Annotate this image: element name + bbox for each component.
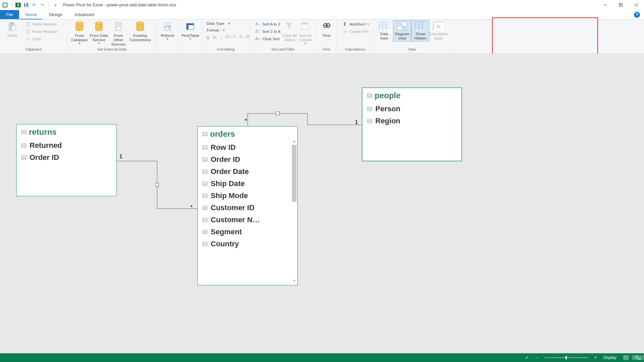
rel-returns-orders[interactable] [117, 161, 157, 161]
paste-label: Paste [7, 34, 17, 38]
svg-rect-20 [302, 23, 308, 24]
excel-icon[interactable]: X [15, 2, 21, 8]
svg-rect-4 [25, 3, 27, 5]
field-country[interactable]: Country [203, 238, 292, 250]
from-data-service-button[interactable]: From Data Service▾ [89, 21, 109, 45]
rel-arrow-icon [155, 183, 159, 187]
grid-view-icon[interactable] [620, 355, 632, 360]
rel-orders-people[interactable] [248, 113, 248, 126]
scroll-thumb[interactable] [292, 145, 297, 202]
tab-home[interactable]: Home [19, 10, 43, 19]
from-database-button[interactable]: From Database▾ [70, 21, 89, 45]
zoom-in-button[interactable]: + [591, 355, 600, 360]
svg-rect-12 [10, 22, 13, 24]
zoom-out-button[interactable]: − [533, 355, 542, 360]
app-icon [2, 2, 8, 8]
paste-append-button: 📋Paste Append [23, 21, 59, 27]
existing-connections-button[interactable]: Existing Connections [128, 21, 152, 42]
orders-scrollbar[interactable]: ▴ ▾ [292, 139, 297, 283]
autosum-button[interactable]: ΣAutoSum ▾ [341, 21, 370, 27]
svg-rect-28 [623, 355, 629, 360]
diagram-canvas[interactable]: returns Returned Order ID orders Row ID … [0, 54, 644, 353]
svg-rect-8 [620, 4, 623, 7]
group-find: Find [317, 47, 336, 53]
svg-rect-14 [116, 23, 121, 30]
field-ship-date[interactable]: Ship Date [203, 178, 292, 190]
tab-design[interactable]: Design [43, 10, 68, 19]
clear-filters-button: Clear All Filters [282, 21, 297, 42]
svg-rect-13 [12, 25, 16, 31]
currency-icon: $ [207, 35, 209, 40]
data-type-dropdown: Data Type : ▾ [205, 21, 231, 26]
sort-az-button[interactable]: A↓Sort A to Z [254, 21, 282, 27]
table-people[interactable]: people Person Region [362, 87, 462, 162]
group-sort-filter: Sort and Filter [250, 47, 316, 53]
sort-by-column-button: Sort by Column▾ [298, 21, 314, 45]
field-region[interactable]: Region [367, 115, 457, 127]
field-customer-id[interactable]: Customer ID [203, 202, 292, 214]
paste-replace-button: 📋Paste Replace [23, 28, 59, 35]
paste-button: Paste [3, 21, 22, 38]
field-returned[interactable]: Returned [21, 139, 111, 152]
undo-icon[interactable]: ↶ [31, 2, 37, 8]
close-button[interactable] [629, 0, 644, 10]
diagram-view-button[interactable]: Diagram View [393, 20, 411, 42]
field-segment[interactable]: Segment [203, 226, 292, 238]
clear-sort-icon: A↕ [255, 36, 260, 42]
redo-icon[interactable]: ↷ [39, 2, 45, 8]
percent-icon: % [213, 35, 217, 40]
svg-rect-30 [638, 358, 640, 360]
sort-za-button[interactable]: Z↓Sort Z to A [254, 28, 282, 35]
find-button[interactable]: Find [319, 21, 334, 38]
clear-sort-button[interactable]: A↕Clear Sort [254, 36, 282, 42]
fit-icon: ⤢ [524, 355, 530, 361]
field-order-date[interactable]: Order Date [203, 166, 292, 178]
table-returns-title: returns [29, 127, 57, 137]
show-hidden-button[interactable]: Show Hidden [411, 20, 429, 42]
table-icon [203, 132, 207, 136]
fit-to-screen-button[interactable]: ⤢ [520, 355, 533, 361]
rel-many-label: * [245, 118, 247, 124]
from-other-sources-button[interactable]: From Other Sources [109, 21, 128, 47]
comma-icon: , [220, 35, 221, 40]
svg-rect-29 [636, 356, 638, 357]
qat-dropdown-icon[interactable]: ▾ [52, 2, 58, 8]
svg-rect-5 [25, 5, 28, 7]
svg-text:X: X [17, 3, 19, 7]
rel-one-label: 1 [355, 119, 358, 125]
scroll-up-icon[interactable]: ▴ [292, 139, 297, 143]
rel-one-label: 1 [119, 154, 122, 160]
zoom-slider[interactable] [545, 357, 588, 358]
format-dropdown: Format : ▾ [205, 27, 226, 33]
tab-advanced[interactable]: Advanced [68, 10, 100, 19]
table-icon [367, 94, 372, 98]
svg-rect-18 [186, 23, 189, 29]
field-order-id[interactable]: Order ID [21, 152, 111, 164]
field-row-id[interactable]: Row ID [203, 141, 292, 154]
field-order-id[interactable]: Order ID [203, 154, 292, 166]
diagram-view-icon[interactable] [632, 355, 644, 360]
minimize-button[interactable] [598, 0, 613, 10]
save-icon[interactable] [23, 2, 29, 8]
collapse-ribbon-icon[interactable]: ˄ [629, 12, 631, 17]
field-ship-mode[interactable]: Ship Mode [203, 190, 292, 202]
table-icon [21, 130, 26, 134]
data-view-button[interactable]: Data View [375, 20, 393, 42]
kpi-icon: ◔ [342, 29, 347, 34]
increase-decimal-icon: .00→.0 [225, 35, 235, 40]
refresh-button[interactable]: Refresh▾ [160, 21, 175, 41]
table-orders[interactable]: orders Row ID Order ID Order Date Ship D… [197, 126, 298, 286]
table-returns[interactable]: returns Returned Order ID [16, 124, 117, 196]
tab-file[interactable]: File [0, 10, 19, 19]
help-icon[interactable]: ? [634, 12, 640, 18]
rel-many-label: * [191, 204, 193, 210]
window-title: Power Pivot for Excel - power-pivot-add-… [63, 3, 176, 7]
field-customer-name[interactable]: Customer N… [203, 214, 292, 226]
copy-button: ⧉Copy [23, 36, 59, 42]
create-kpi-button: ◔Create KPI [341, 28, 370, 35]
sort-az-icon: A↓ [255, 21, 260, 27]
maximize-button[interactable] [613, 0, 629, 10]
scroll-down-icon[interactable]: ▾ [292, 278, 297, 283]
field-person[interactable]: Person [367, 103, 457, 115]
pivottable-button[interactable]: PivotTable▾ [181, 21, 200, 41]
